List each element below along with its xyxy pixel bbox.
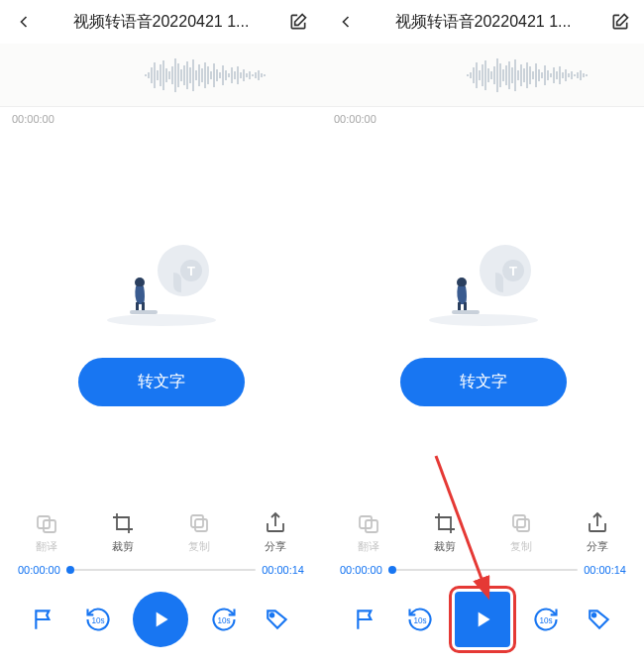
flag-icon xyxy=(32,607,57,632)
tool-share[interactable]: 分享 xyxy=(246,511,305,554)
flag-icon xyxy=(354,607,379,632)
rewind-10s-button[interactable]: 10s xyxy=(79,601,117,638)
svg-rect-48 xyxy=(130,310,158,314)
svg-point-101 xyxy=(457,278,467,287)
tool-label: 复制 xyxy=(510,539,532,554)
header: 视频转语音20220421 1... xyxy=(322,0,644,44)
timeline-track[interactable] xyxy=(66,569,256,571)
svg-point-55 xyxy=(270,613,273,616)
svg-rect-107 xyxy=(517,519,529,531)
svg-text:10s: 10s xyxy=(539,616,552,625)
svg-point-45 xyxy=(135,278,145,287)
play-button[interactable] xyxy=(133,592,188,647)
crop-icon xyxy=(111,511,135,535)
play-icon xyxy=(470,607,495,632)
edit-icon[interactable] xyxy=(286,10,310,34)
play-button[interactable] xyxy=(455,592,510,647)
edit-icon[interactable] xyxy=(608,10,632,34)
tool-label: 翻译 xyxy=(36,539,57,554)
convert-to-text-button[interactable]: 转文字 xyxy=(400,358,567,406)
play-icon xyxy=(148,607,173,632)
svg-text:T: T xyxy=(187,264,195,278)
tool-crop[interactable]: 裁剪 xyxy=(415,511,475,554)
empty-illustration: T xyxy=(92,221,231,330)
timeline-knob[interactable] xyxy=(388,566,396,574)
svg-text:10s: 10s xyxy=(217,616,230,625)
timeline-knob[interactable] xyxy=(66,566,74,574)
svg-point-111 xyxy=(592,613,595,616)
timeline[interactable]: 00:00:00 00:00:14 xyxy=(322,560,644,580)
forward-10s-button[interactable]: 10s xyxy=(527,601,565,638)
tool-label: 复制 xyxy=(188,539,210,554)
svg-rect-108 xyxy=(513,515,525,527)
copy-icon xyxy=(187,511,211,535)
crop-icon xyxy=(433,511,457,535)
svg-rect-104 xyxy=(452,310,480,314)
tool-label: 翻译 xyxy=(358,539,379,554)
tag-icon xyxy=(587,607,612,632)
back-icon[interactable] xyxy=(334,10,358,34)
svg-text:T: T xyxy=(509,264,517,278)
tag-button[interactable] xyxy=(259,601,296,638)
share-icon xyxy=(264,511,287,535)
svg-rect-51 xyxy=(195,519,207,531)
timestamp: 00:00:00 xyxy=(0,107,322,125)
rewind-10s-icon: 10s xyxy=(406,606,434,633)
share-icon xyxy=(586,511,609,535)
waveform[interactable] xyxy=(0,44,322,107)
empty-illustration: T xyxy=(414,221,553,330)
tool-label: 裁剪 xyxy=(434,539,456,554)
tool-share[interactable]: 分享 xyxy=(568,511,627,554)
tool-crop[interactable]: 裁剪 xyxy=(93,511,153,554)
rewind-10s-button[interactable]: 10s xyxy=(401,601,439,638)
svg-text:10s: 10s xyxy=(92,616,105,625)
translate-icon xyxy=(35,511,58,535)
svg-text:10s: 10s xyxy=(414,616,427,625)
tool-label: 分享 xyxy=(265,539,286,554)
svg-point-41 xyxy=(107,314,216,326)
tool-translate[interactable]: 翻译 xyxy=(339,511,398,554)
svg-point-97 xyxy=(429,314,538,326)
forward-10s-icon: 10s xyxy=(210,606,238,633)
tool-translate[interactable]: 翻译 xyxy=(17,511,76,554)
time-end: 00:00:14 xyxy=(262,564,304,576)
tool-copy[interactable]: 复制 xyxy=(491,511,551,554)
time-start: 00:00:00 xyxy=(18,564,60,576)
timestamp: 00:00:00 xyxy=(322,107,644,125)
toolbar: 翻译 裁剪 复制 分享 xyxy=(322,501,644,560)
tag-icon xyxy=(265,607,290,632)
back-icon[interactable] xyxy=(12,10,36,34)
translate-icon xyxy=(357,511,380,535)
playback-controls: 10s 10s xyxy=(0,580,322,667)
flag-button[interactable] xyxy=(348,601,385,638)
tool-copy[interactable]: 复制 xyxy=(169,511,229,554)
content-area: T 转文字 xyxy=(0,125,322,501)
header: 视频转语音20220421 1... xyxy=(0,0,322,44)
page-title: 视频转语音20220421 1... xyxy=(44,12,278,33)
copy-icon xyxy=(509,511,533,535)
tool-label: 分享 xyxy=(587,539,608,554)
page-title: 视频转语音20220421 1... xyxy=(366,12,600,33)
tag-button[interactable] xyxy=(581,601,618,638)
timeline-track[interactable] xyxy=(388,569,578,571)
time-start: 00:00:00 xyxy=(340,564,382,576)
forward-10s-icon: 10s xyxy=(532,606,560,633)
rewind-10s-icon: 10s xyxy=(84,606,112,633)
tool-label: 裁剪 xyxy=(112,539,134,554)
forward-10s-button[interactable]: 10s xyxy=(205,601,243,638)
screen-right: 视频转语音20220421 1... 00:00:00 T xyxy=(322,0,644,667)
convert-to-text-button[interactable]: 转文字 xyxy=(78,358,245,406)
waveform[interactable] xyxy=(322,44,644,107)
svg-rect-52 xyxy=(191,515,203,527)
playback-controls: 10s 10s xyxy=(322,580,644,667)
content-area: T 转文字 xyxy=(322,125,644,501)
toolbar: 翻译 裁剪 复制 分享 xyxy=(0,501,322,560)
time-end: 00:00:14 xyxy=(584,564,626,576)
screen-left: 视频转语音20220421 1... 00:00:00 T xyxy=(0,0,322,667)
timeline[interactable]: 00:00:00 00:00:14 xyxy=(0,560,322,580)
flag-button[interactable] xyxy=(26,601,63,638)
